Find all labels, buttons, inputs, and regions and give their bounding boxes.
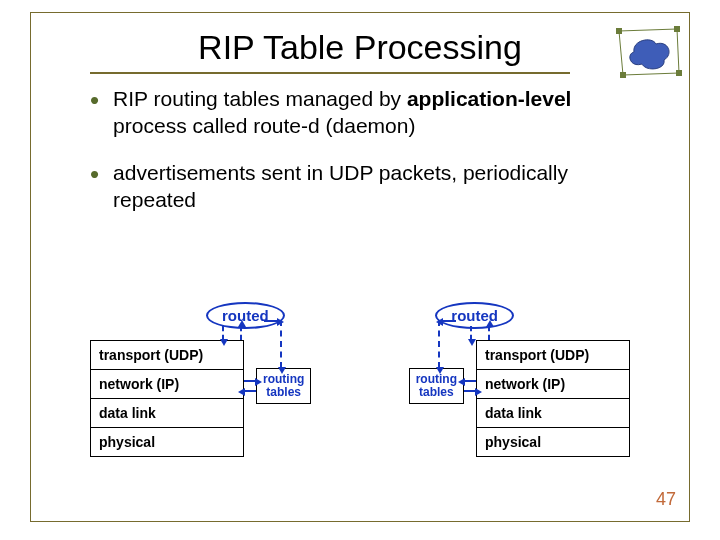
bullet-text: RIP routing tables managed by applicatio…: [113, 86, 650, 140]
svg-line-6: [623, 73, 679, 75]
slide-title: RIP Table Processing: [0, 28, 720, 67]
cloud-icon: [616, 26, 686, 82]
rt-line1: routing: [416, 372, 457, 386]
rt-line1: routing: [263, 372, 304, 386]
bullet-text-pre: advertisements sent in UDP packets, peri…: [113, 161, 568, 211]
bullet-dot-icon: •: [90, 86, 99, 140]
arrow-up-icon: [240, 326, 242, 340]
arrow-left-icon: [442, 320, 456, 322]
arrow-down-icon: [222, 326, 224, 340]
arrow-down-icon: [438, 320, 440, 368]
bullet-item: • RIP routing tables managed by applicat…: [90, 86, 650, 140]
bullet-dot-icon: •: [90, 160, 99, 214]
protocol-stack-right: transport (UDP) network (IP) data link p…: [476, 340, 630, 457]
arrow-right-icon: [464, 390, 476, 392]
layer-network: network (IP): [91, 370, 243, 399]
arrow-down-icon: [280, 320, 282, 368]
arrow-up-icon: [488, 326, 490, 340]
arrow-left-icon: [244, 390, 256, 392]
bullet-text-pre: RIP routing tables managed by: [113, 87, 407, 110]
svg-line-5: [677, 29, 679, 73]
layer-network: network (IP): [477, 370, 629, 399]
bullet-text-bold: application-level: [407, 87, 572, 110]
diagram: routed routed transport (UDP) network (I…: [70, 280, 650, 500]
slide-number: 47: [656, 489, 676, 510]
layer-physical: physical: [477, 428, 629, 456]
layer-datalink: data link: [91, 399, 243, 428]
rt-line2: tables: [419, 385, 454, 399]
arrow-right-icon: [244, 380, 256, 382]
protocol-stack-left: transport (UDP) network (IP) data link p…: [90, 340, 244, 457]
rt-line2: tables: [266, 385, 301, 399]
layer-datalink: data link: [477, 399, 629, 428]
bullet-list: • RIP routing tables managed by applicat…: [90, 86, 650, 234]
arrow-left-icon: [464, 380, 476, 382]
layer-transport: transport (UDP): [477, 341, 629, 370]
routed-node-right: routed: [435, 302, 514, 329]
bullet-text: advertisements sent in UDP packets, peri…: [113, 160, 650, 214]
layer-physical: physical: [91, 428, 243, 456]
arrow-right-icon: [264, 320, 278, 322]
svg-line-7: [619, 31, 623, 75]
bullet-text-post: process called route-d (daemon): [113, 114, 415, 137]
arrow-down-icon: [470, 326, 472, 340]
title-underline: [90, 72, 570, 74]
svg-line-4: [619, 29, 677, 31]
bullet-item: • advertisements sent in UDP packets, pe…: [90, 160, 650, 214]
